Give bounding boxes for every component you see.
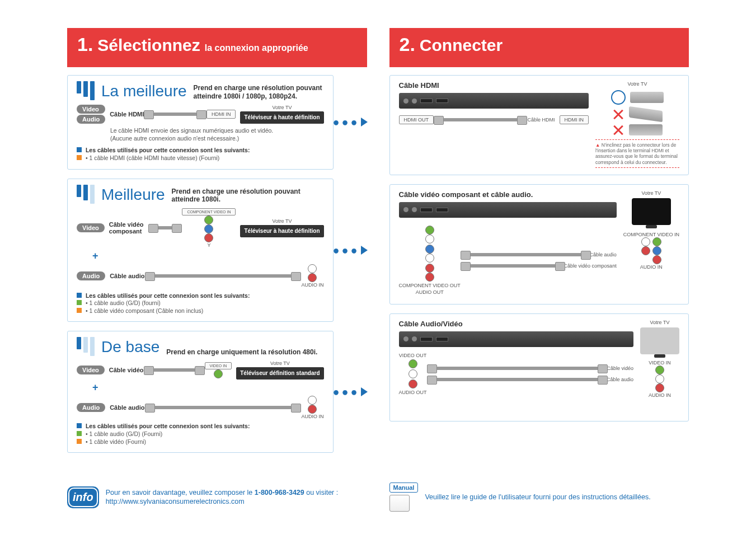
footer-left: info Pour en savoir davantage, veuillez …	[67, 486, 367, 508]
bars-icon	[77, 81, 95, 100]
device-back-icon	[399, 202, 617, 218]
row-better: Meilleure Prend en charge une résolution…	[67, 179, 367, 322]
info-badge-icon: info	[67, 486, 99, 508]
tv-sd-box: Téléviseur définition standard	[236, 367, 323, 380]
plus-icon: +	[92, 250, 98, 261]
footer-bar: info Pour en savoir davantage, veuillez …	[67, 483, 689, 512]
better-cables-used: Les câbles utilisés pour cette connexion…	[77, 292, 324, 315]
panel-basic: De base Prend en charge uniquement la ré…	[67, 331, 334, 453]
square-icon	[77, 155, 82, 160]
right-panel-component: Câble vidéo composant et câble audio. C	[389, 184, 689, 305]
hdmi-cable-icon	[438, 118, 523, 121]
col-left: La meilleure Prend en charge une résolut…	[67, 75, 367, 474]
plug-tilt-icon	[629, 106, 663, 122]
right-hdmi-title: Câble HDMI	[399, 81, 589, 90]
audio-cable-icon	[465, 253, 586, 256]
square-icon	[77, 308, 82, 313]
right-panel-hdmi: Câble HDMI HDMI OUT Câble HDMI HDMI IN V…	[389, 75, 689, 175]
comp-cable-icon	[465, 264, 561, 268]
video-pill: Video	[77, 366, 105, 374]
tv-hd-box: Téléviseur à haute définition	[240, 225, 323, 237]
square-icon	[77, 147, 82, 152]
audio-cable-icon	[431, 378, 603, 381]
video-cable-icon	[431, 367, 604, 370]
panel-basic-desc: Prend en charge uniquement la résolution…	[166, 348, 317, 356]
col-right: Câble HDMI HDMI OUT Câble HDMI HDMI IN V…	[389, 75, 689, 474]
header-right: 2. Connecter	[389, 28, 689, 67]
page: 1. Sélectionnez la connexion appropriée …	[0, 0, 756, 534]
panel-basic-title: De base	[101, 338, 159, 356]
video-in-port: VIDEO IN	[205, 362, 232, 369]
audio-cable-icon	[149, 406, 297, 409]
header-left-title: Sélectionnez	[97, 36, 200, 55]
video-pill: Video	[77, 105, 105, 114]
bad-x-icon	[612, 124, 624, 136]
header-right-title: Connecter	[420, 36, 503, 55]
hdmi-in-port: HDMI IN	[560, 115, 589, 124]
manual-tag: Manual	[389, 483, 419, 493]
arrow-best: ●●●	[334, 116, 367, 129]
tv-caption: Votre TV	[270, 360, 290, 366]
l-jack-icon	[308, 264, 317, 273]
header-left-sub: la connexion appropriée	[205, 43, 308, 53]
tv-caption: Votre TV	[273, 105, 292, 110]
manual-book-icon	[389, 495, 410, 512]
header-left: 1. Sélectionnez la connexion appropriée	[67, 28, 367, 67]
video-pill: Video	[77, 223, 105, 232]
footer-right: Manual Veuillez lire le guide de l'utili…	[389, 483, 689, 512]
pb-jack-icon	[204, 224, 213, 233]
hdmi-note: Le câble HDMI envoie des signaux numériq…	[110, 127, 324, 142]
panel-better: Meilleure Prend en charge une résolution…	[67, 179, 334, 322]
row-basic: De base Prend en charge uniquement la ré…	[67, 331, 367, 453]
r-jack-icon	[308, 273, 317, 282]
tv-caption: Votre TV	[650, 320, 670, 325]
arrow-better: ●●●	[334, 244, 367, 257]
square-icon	[77, 300, 82, 305]
plug-straight-icon	[630, 92, 664, 103]
hdmi-in-port: HDMI IN	[206, 110, 236, 119]
cable-audio-label: Câble audio	[110, 404, 144, 411]
bad-x-icon	[612, 108, 624, 120]
content-row: La meilleure Prend en charge une résolut…	[67, 75, 689, 474]
hdmi-warning-note: ▲ N'inclinez pas le connecteur lors de l…	[595, 139, 679, 168]
arrow-basic: ●●●	[334, 386, 367, 399]
cable-comp-label: Câble vidéo composant	[109, 221, 148, 235]
square-icon	[77, 423, 82, 428]
tv-caption: Votre TV	[273, 218, 292, 224]
plug-flip-icon	[629, 124, 663, 135]
basic-cables-used: Les câbles utilisés pour cette connexion…	[77, 423, 324, 446]
hdmi-out-port: HDMI OUT	[399, 115, 434, 124]
device-back-icon	[399, 331, 634, 347]
bars-icon	[77, 185, 95, 204]
comp-cable-icon	[153, 226, 178, 229]
header-row: 1. Sélectionnez la connexion appropriée …	[67, 28, 689, 67]
right-panel-av: Câble Audio/Vidéo VIDEO OUT	[389, 313, 689, 421]
video-cable-icon	[148, 368, 200, 372]
info-text: Pour en savoir davantage, veuillez compo…	[106, 488, 367, 507]
device-back-icon	[399, 93, 589, 109]
panel-best: La meilleure Prend en charge une résolut…	[67, 75, 334, 170]
comp-in-port: COMPONENT VIDEO IN	[182, 208, 236, 216]
cable-hdmi-label: Câble HDMI	[110, 111, 144, 118]
header-right-num: 2.	[400, 34, 415, 55]
audio-cable-icon	[149, 274, 297, 278]
square-icon	[77, 431, 82, 436]
hdmi-cable-icon	[148, 113, 202, 116]
right-av-title: Câble Audio/Vidéo	[399, 320, 634, 328]
tv-icon	[640, 327, 679, 354]
tv-icon	[632, 198, 671, 225]
tv-caption: Votre TV	[641, 190, 661, 196]
plus-icon: +	[92, 382, 98, 393]
manual-text: Veuillez lire le guide de l'utilisateur …	[425, 493, 650, 502]
r-jack-icon	[308, 405, 317, 414]
square-icon	[77, 293, 82, 298]
audio-pill: Audio	[77, 115, 105, 124]
panel-better-desc: Prend en charge une résolution pouvant a…	[172, 188, 300, 204]
square-icon	[77, 439, 82, 444]
best-cables-used: Les câbles utilisés pour cette connexion…	[77, 147, 324, 162]
audio-pill: Audio	[77, 271, 105, 280]
audio-pill: Audio	[77, 403, 105, 412]
tv-hd-box: Téléviseur à haute définition	[240, 111, 323, 124]
y-jack-icon	[204, 216, 213, 224]
panel-best-title: La meilleure	[101, 82, 187, 100]
